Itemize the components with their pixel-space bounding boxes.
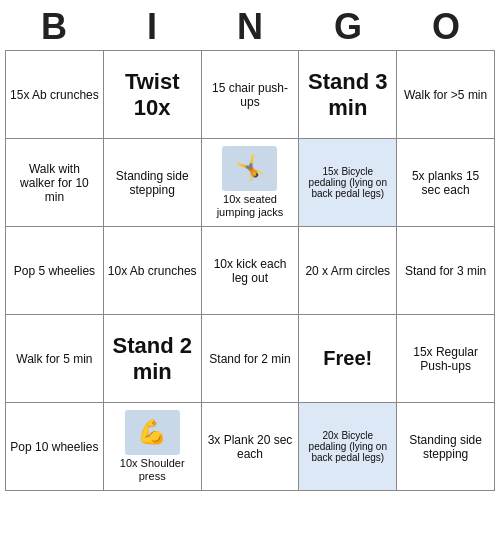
header-n: N: [206, 6, 294, 48]
cell-r0-c1: Twist 10x: [104, 51, 202, 139]
cell-r3-c1: Stand 2 min: [104, 315, 202, 403]
cell-r0-c2: 15 chair push-ups: [202, 51, 300, 139]
bingo-header: B I N G O: [5, 6, 495, 48]
cell-r1-c4: 5x planks 15 sec each: [397, 139, 495, 227]
cell-r2-c1: 10x Ab crunches: [104, 227, 202, 315]
cell-r1-c3: 15x Bicycle pedaling (lying on back peda…: [299, 139, 397, 227]
cell-r3-c2: Stand for 2 min: [202, 315, 300, 403]
bingo-container: B I N G O 15x Ab crunchesTwist 10x15 cha…: [5, 6, 495, 491]
cell-r0-c0: 15x Ab crunches: [6, 51, 104, 139]
cell-r1-c2: 🤸10x seated jumping jacks: [202, 139, 300, 227]
cell-r4-c1: 💪10x Shoulder press: [104, 403, 202, 491]
cell-r0-c3: Stand 3 min: [299, 51, 397, 139]
cell-r1-c0: Walk with walker for 10 min: [6, 139, 104, 227]
cell-r3-c4: 15x Regular Push-ups: [397, 315, 495, 403]
cell-r2-c2: 10x kick each leg out: [202, 227, 300, 315]
header-b: B: [10, 6, 98, 48]
bingo-grid: 15x Ab crunchesTwist 10x15 chair push-up…: [5, 50, 495, 491]
cell-r2-c0: Pop 5 wheelies: [6, 227, 104, 315]
header-o: O: [402, 6, 490, 48]
cell-r0-c4: Walk for >5 min: [397, 51, 495, 139]
cell-r3-c3: Free!: [299, 315, 397, 403]
cell-r2-c4: Stand for 3 min: [397, 227, 495, 315]
cell-r4-c4: Standing side stepping: [397, 403, 495, 491]
header-i: I: [108, 6, 196, 48]
cell-r4-c3: 20x Bicycle pedaling (lying on back peda…: [299, 403, 397, 491]
cell-r1-c1: Standing side stepping: [104, 139, 202, 227]
header-g: G: [304, 6, 392, 48]
cell-r2-c3: 20 x Arm circles: [299, 227, 397, 315]
cell-r4-c2: 3x Plank 20 sec each: [202, 403, 300, 491]
exercise-image: 🤸: [222, 146, 277, 191]
exercise-image: 💪: [125, 410, 180, 455]
cell-r3-c0: Walk for 5 min: [6, 315, 104, 403]
cell-r4-c0: Pop 10 wheelies: [6, 403, 104, 491]
